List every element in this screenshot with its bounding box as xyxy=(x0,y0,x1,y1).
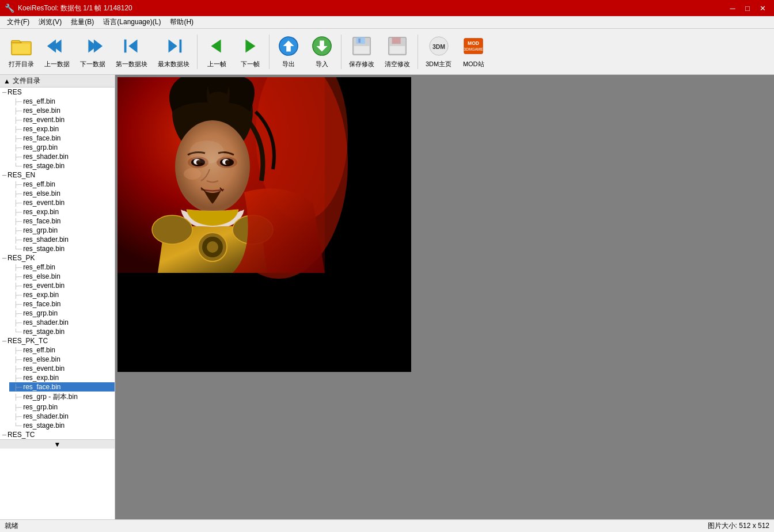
title-bar-controls[interactable]: ─ □ ✕ xyxy=(726,2,769,14)
close-button[interactable]: ✕ xyxy=(756,2,769,14)
last-data-button[interactable]: 最末数据块 xyxy=(154,32,193,72)
prev-frame-icon xyxy=(205,35,228,58)
list-item[interactable]: ├─ res_eff.bin xyxy=(9,345,115,355)
file-tree-sidebar[interactable]: ▲ 文件目录 ─ RES ├─ res_eff.bin ├─ res_else.… xyxy=(0,75,115,519)
plus-icon-tc: ─ xyxy=(2,432,6,438)
list-item[interactable]: ├─ res_eff.bin xyxy=(9,263,115,272)
list-item[interactable]: ├─ res_eff.bin xyxy=(9,97,115,106)
next-frame-icon xyxy=(238,35,261,58)
tree-group-res-pk: ─ RES_PK ├─ res_eff.bin ├─ res_else.bin … xyxy=(0,253,115,336)
minus-icon-pk: ─ xyxy=(2,255,6,261)
prev-icon xyxy=(45,35,69,58)
list-item[interactable]: ├─ res_else.bin xyxy=(9,272,115,281)
list-item[interactable]: ├─ res_shader.bin xyxy=(9,318,115,327)
list-item[interactable]: ├─ res_grp.bin xyxy=(9,309,115,318)
first-data-button[interactable]: 第一数据块 xyxy=(112,32,151,72)
first-icon xyxy=(120,35,143,58)
export-button[interactable]: 导出 xyxy=(273,32,304,72)
tree-group-res-tc-header[interactable]: ─ RES_TC xyxy=(0,430,115,439)
tree-group-res-en: ─ RES_EN ├─ res_eff.bin ├─ res_else.bin … xyxy=(0,170,115,253)
separator-3 xyxy=(341,35,342,69)
list-item[interactable]: ├─ res_else.bin xyxy=(9,106,115,115)
list-item[interactable]: ├─ res_face.bin xyxy=(9,216,115,226)
list-item[interactable]: ├─ res_shader.bin xyxy=(9,412,115,421)
separator-2 xyxy=(269,35,270,69)
separator-1 xyxy=(197,35,198,69)
list-item[interactable]: ├─ res_event.bin xyxy=(9,364,115,373)
list-item[interactable]: ├─ res_event.bin xyxy=(9,115,115,124)
menu-batch[interactable]: 批量(B) xyxy=(66,16,98,28)
leaf-line: ├─ xyxy=(14,98,22,105)
list-item[interactable]: ├─ res_face.bin xyxy=(9,299,115,309)
list-item[interactable]: └─ res_stage.bin xyxy=(9,161,115,170)
mod-icon: MOD 3DMGAME xyxy=(462,35,485,58)
list-item[interactable]: ├─ res_else.bin xyxy=(9,355,115,364)
list-item[interactable]: ├─ res_exp.bin xyxy=(9,207,115,216)
tree-group-res-pk-header[interactable]: ─ RES_PK xyxy=(0,253,115,263)
list-item[interactable]: ├─ res_exp.bin xyxy=(9,124,115,134)
next-frame-label: 下一帧 xyxy=(241,60,260,69)
save-label: 保存修改 xyxy=(349,60,374,69)
res-children: ├─ res_eff.bin ├─ res_else.bin ├─ res_ev… xyxy=(0,97,115,170)
tree-group-res-header[interactable]: ─ RES xyxy=(0,88,115,97)
tree-group-res-pk-tc-header[interactable]: ─ RES_PK_TC xyxy=(0,336,115,345)
svg-rect-8 xyxy=(179,40,181,53)
svg-rect-19 xyxy=(358,39,361,43)
list-item[interactable]: └─ res_stage.bin xyxy=(9,421,115,430)
svg-text:3DMGAME: 3DMGAME xyxy=(464,47,483,51)
sidebar-scroll-up[interactable]: ▲ xyxy=(3,77,10,85)
save-button[interactable]: 保存修改 xyxy=(345,32,378,72)
menu-bar: 文件(F) 浏览(V) 批量(B) 语言(Language)(L) 帮助(H) xyxy=(0,16,774,29)
sidebar-scroll-down[interactable]: ▼ xyxy=(0,439,115,449)
next-frame-button[interactable]: 下一帧 xyxy=(234,32,265,72)
list-item[interactable]: ├─ res_else.bin xyxy=(9,189,115,198)
menu-language[interactable]: 语言(Language)(L) xyxy=(98,16,165,28)
prev-frame-button[interactable]: 上一帧 xyxy=(201,32,232,72)
list-item[interactable]: ├─ res_event.bin xyxy=(9,198,115,207)
clear-button[interactable]: 清空修改 xyxy=(381,32,414,72)
maximize-button[interactable]: □ xyxy=(741,2,754,14)
list-item[interactable]: ├─ res_event.bin xyxy=(9,281,115,290)
status-bar: 就绪 图片大小: 512 x 512 xyxy=(0,519,774,532)
list-item[interactable]: ├─ res_eff.bin xyxy=(9,180,115,189)
menu-view[interactable]: 浏览(V) xyxy=(34,16,66,28)
image-display xyxy=(117,77,411,372)
minimize-button[interactable]: ─ xyxy=(726,2,739,14)
import-button[interactable]: 导入 xyxy=(306,32,337,72)
list-item[interactable]: ├─ res_grp.bin xyxy=(9,143,115,152)
list-item[interactable]: ├─ res_shader.bin xyxy=(9,152,115,161)
list-item[interactable]: └─ res_stage.bin xyxy=(9,327,115,336)
minus-icon-pk-tc: ─ xyxy=(2,338,6,344)
list-item[interactable]: ├─ res_exp.bin xyxy=(9,290,115,299)
list-item[interactable]: ├─ res_grp.bin xyxy=(9,402,115,412)
tree-group-res-en-header[interactable]: ─ RES_EN xyxy=(0,170,115,180)
title-text: KoeiResTool: 数据包 1/1 帧 1/148120 xyxy=(18,3,132,13)
tree-group-res-tc-label: RES_TC xyxy=(7,431,35,439)
prev-data-button[interactable]: 上一数据 xyxy=(40,32,74,72)
list-item[interactable]: ├─ res_shader.bin xyxy=(9,235,115,244)
next-icon xyxy=(81,35,104,58)
selected-file-item[interactable]: ├─ res_face.bin xyxy=(9,382,115,392)
prev-frame-label: 上一帧 xyxy=(207,60,226,69)
svg-marker-9 xyxy=(168,40,177,53)
svg-point-43 xyxy=(184,168,201,180)
svg-point-49 xyxy=(189,140,224,164)
list-item[interactable]: ├─ res_grp - 副本.bin xyxy=(9,392,115,402)
next-data-button[interactable]: 下一数据 xyxy=(76,32,109,72)
prev-data-label: 上一数据 xyxy=(44,60,70,69)
svg-rect-22 xyxy=(390,46,405,54)
open-dir-button[interactable]: 打开目录 xyxy=(5,32,38,72)
app-icon: 🔧 xyxy=(5,3,14,13)
list-item[interactable]: ├─ res_grp.bin xyxy=(9,226,115,235)
menu-file[interactable]: 文件(F) xyxy=(2,16,34,28)
list-item[interactable]: ├─ res_face.bin xyxy=(9,134,115,143)
res-pk-children: ├─ res_eff.bin ├─ res_else.bin ├─ res_ev… xyxy=(0,263,115,336)
mod-site-button[interactable]: MOD 3DMGAME MOD站 xyxy=(458,32,489,72)
sidebar-title: 文件目录 xyxy=(13,76,40,86)
image-size-text: 图片大小: 512 x 512 xyxy=(708,521,769,531)
3dm-home-button[interactable]: 3DM 3DM主页 xyxy=(422,32,456,72)
menu-help[interactable]: 帮助(H) xyxy=(165,16,198,28)
list-item[interactable]: ├─ res_exp.bin xyxy=(9,373,115,382)
list-item[interactable]: └─ res_stage.bin xyxy=(9,244,115,253)
svg-text:3DM: 3DM xyxy=(432,44,445,50)
